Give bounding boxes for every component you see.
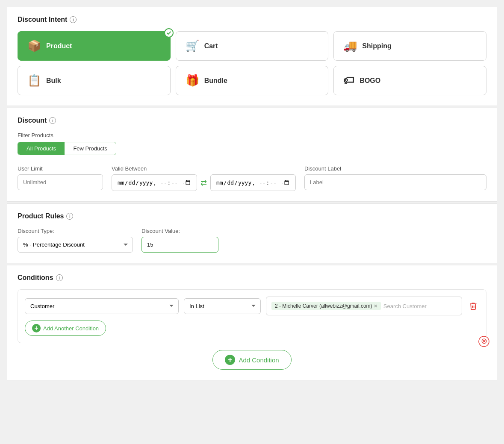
discount-heading: Discount xyxy=(18,117,47,124)
product-rules-info-icon: i xyxy=(66,213,73,220)
intent-card-bulk[interactable]: 📋 Bulk xyxy=(18,66,171,95)
intent-card-bundle[interactable]: 🎁 Bundle xyxy=(176,66,329,95)
date-start-input[interactable] xyxy=(112,174,197,191)
add-condition-wrapper: + Add Condition xyxy=(18,350,486,370)
condition-row: CustomerProductOrder AmountQuantity In L… xyxy=(25,297,479,315)
filter-tab-all[interactable]: All Products xyxy=(18,142,65,155)
conditions-heading: Conditions xyxy=(18,274,53,282)
discount-form-row: User Limit Valid Between ⇄ Discount Labe… xyxy=(18,165,486,191)
discount-type-group: Discount Type: % - Percentage Discount$ … xyxy=(18,228,133,253)
user-limit-input[interactable] xyxy=(18,174,103,190)
discount-row: Discount Type: % - Percentage Discount$ … xyxy=(18,228,486,253)
user-limit-group: User Limit xyxy=(18,165,103,190)
filter-tab-few[interactable]: Few Products xyxy=(65,142,115,155)
date-end-input[interactable] xyxy=(210,174,296,191)
card-label: Product xyxy=(46,42,72,50)
add-another-condition-button[interactable]: + Add Another Condition xyxy=(25,321,106,336)
discount-label-label: Discount Label xyxy=(304,165,486,172)
remove-condition-group-button[interactable]: ⊗ xyxy=(478,336,489,350)
in-list-select[interactable]: In ListNot In List xyxy=(184,298,261,314)
add-another-plus-icon: + xyxy=(32,324,41,332)
intent-card-shipping[interactable]: 🚚 Shipping xyxy=(333,31,486,61)
card-icon: 📋 xyxy=(27,74,41,87)
remove-tag-button[interactable]: × xyxy=(374,303,377,309)
add-condition-plus-icon: + xyxy=(225,355,235,365)
filter-products-label: Filter Products xyxy=(18,132,486,138)
card-icon: 🚚 xyxy=(343,39,357,53)
discount-value-input[interactable] xyxy=(141,237,218,253)
discount-intent-section: Discount Intent i 📦 Product 🛒 Cart 🚚 Shi… xyxy=(7,7,497,106)
add-another-label: Add Another Condition xyxy=(43,325,99,332)
svg-text:⊗: ⊗ xyxy=(481,337,487,345)
discount-type-label: Discount Type: xyxy=(18,228,133,234)
date-range-group: ⇄ xyxy=(112,174,296,191)
discount-intent-title: Discount Intent i xyxy=(18,16,486,24)
discount-type-select[interactable]: % - Percentage Discount$ - Fixed Amount … xyxy=(18,237,133,253)
customer-search-box[interactable]: 2 - Michelle Carver (allwebizz@gmail.com… xyxy=(266,297,462,315)
card-label: Bundle xyxy=(204,77,227,85)
customer-tag: 2 - Michelle Carver (allwebizz@gmail.com… xyxy=(271,302,381,310)
card-label: Bulk xyxy=(46,77,61,85)
product-rules-section: Product Rules i Discount Type: % - Perce… xyxy=(7,203,497,263)
discount-value-label: Discount Value: xyxy=(141,228,218,234)
card-icon: 🏷 xyxy=(343,74,354,87)
discount-intent-heading: Discount Intent xyxy=(18,16,67,24)
intent-card-product[interactable]: 📦 Product xyxy=(18,31,171,61)
card-label: Shipping xyxy=(362,42,391,50)
add-condition-button[interactable]: + Add Condition xyxy=(212,350,291,370)
customer-tag-label: 2 - Michelle Carver (allwebizz@gmail.com… xyxy=(275,303,372,309)
discount-intent-info-icon: i xyxy=(70,16,77,23)
discount-label-group: Discount Label xyxy=(304,165,486,190)
discount-label-input[interactable] xyxy=(304,174,486,190)
valid-between-label: Valid Between xyxy=(112,165,296,172)
valid-between-group: Valid Between ⇄ xyxy=(112,165,296,191)
card-icon: 🎁 xyxy=(186,74,199,87)
intent-card-cart[interactable]: 🛒 Cart xyxy=(176,31,329,61)
add-condition-label: Add Condition xyxy=(239,356,279,364)
product-rules-heading: Product Rules xyxy=(18,212,64,220)
discount-info-icon: i xyxy=(49,117,56,124)
delete-condition-button[interactable] xyxy=(467,300,479,312)
card-label: BOGO xyxy=(360,77,380,85)
check-badge xyxy=(164,28,174,38)
discount-title: Discount i xyxy=(18,117,486,124)
conditions-info-icon: i xyxy=(56,274,63,281)
condition-type-select[interactable]: CustomerProductOrder AmountQuantity xyxy=(25,298,179,314)
discount-section: Discount i Filter Products All ProductsF… xyxy=(7,108,497,202)
intent-card-bogo[interactable]: 🏷 BOGO xyxy=(333,66,486,95)
card-label: Cart xyxy=(204,42,218,50)
intent-grid: 📦 Product 🛒 Cart 🚚 Shipping 📋 Bulk 🎁 Bun… xyxy=(18,31,486,95)
discount-value-group: Discount Value: xyxy=(141,228,218,253)
product-rules-title: Product Rules i xyxy=(18,212,486,220)
card-icon: 🛒 xyxy=(186,39,199,53)
search-customer-placeholder: Search Customer xyxy=(383,303,427,309)
conditions-title: Conditions i xyxy=(18,274,486,282)
conditions-section: Conditions i CustomerProductOrder Amount… xyxy=(7,265,497,380)
user-limit-label: User Limit xyxy=(18,165,103,172)
swap-icon: ⇄ xyxy=(200,178,207,188)
filter-tab-group: All ProductsFew Products xyxy=(18,142,116,155)
conditions-box: CustomerProductOrder AmountQuantity In L… xyxy=(18,289,486,343)
card-icon: 📦 xyxy=(27,39,41,53)
